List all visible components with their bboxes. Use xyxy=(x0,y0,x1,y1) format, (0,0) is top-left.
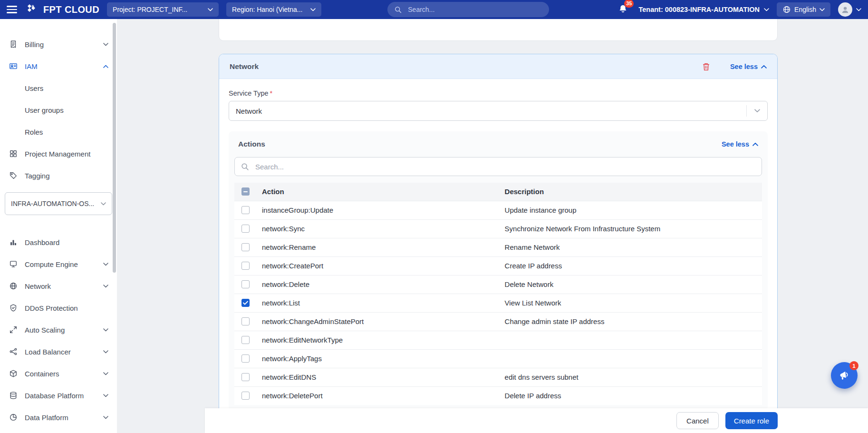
service-type-label: Service Type* xyxy=(229,89,768,97)
action-column-header: Action xyxy=(257,183,500,201)
menu-icon[interactable] xyxy=(7,4,17,15)
sidebar-item-roles[interactable]: Roles xyxy=(0,121,117,143)
actions-search[interactable] xyxy=(234,157,762,176)
description-cell: Rename Network xyxy=(500,238,762,256)
create-role-button[interactable]: Create role xyxy=(725,412,778,429)
sidebar-item-user-groups[interactable]: User groups xyxy=(0,99,117,121)
sidebar-item-project-management[interactable]: Project Management xyxy=(0,143,117,165)
data-platform-icon xyxy=(9,413,18,422)
project-selector[interactable]: Project: PROJECT_INF... xyxy=(107,2,219,17)
project-selector-label: Project: PROJECT_INF... xyxy=(113,6,203,13)
description-cell: Delete Network xyxy=(500,275,762,294)
table-row: network:ListView List Network xyxy=(234,294,762,312)
table-row: network:ChangeAdminStatePortChange admin… xyxy=(234,312,762,331)
row-checkbox[interactable] xyxy=(241,317,250,325)
billing-icon xyxy=(9,40,18,49)
iam-icon xyxy=(9,62,18,70)
chevron-down-icon xyxy=(764,8,769,11)
row-checkbox[interactable] xyxy=(241,280,250,288)
sidebar-project-select[interactable]: INFRA-AUTOMATION-OS... xyxy=(5,192,112,215)
language-label: English xyxy=(794,6,816,13)
actions-see-less-label: See less xyxy=(722,140,749,148)
sidebar-item-tagging[interactable]: Tagging xyxy=(0,165,117,187)
chevron-down-icon xyxy=(103,350,108,354)
language-selector[interactable]: English xyxy=(777,2,830,17)
support-chat-button[interactable]: 1 xyxy=(831,362,858,389)
description-cell: Change admin state IP address xyxy=(500,312,762,331)
actions-title: Actions xyxy=(238,140,265,148)
table-row: network:DeleteDelete Network xyxy=(234,275,762,294)
description-cell: Create IP address xyxy=(500,256,762,275)
service-type-select[interactable]: Network xyxy=(229,101,768,121)
description-cell: Update instance group xyxy=(500,201,762,219)
tenant-label: Tenant: 000823-INFRA-AUTOMATION xyxy=(638,6,760,13)
sidebar-project-select-value: INFRA-AUTOMATION-OS... xyxy=(11,200,94,207)
sidebar-item-auto-scaling[interactable]: Auto Scaling xyxy=(0,319,117,341)
chevron-down-icon xyxy=(310,8,316,11)
tag-icon xyxy=(9,171,18,180)
compute-engine-icon xyxy=(9,260,18,268)
sidebar-item-containers[interactable]: Containers xyxy=(0,363,117,384)
action-cell: network:ChangeAdminStatePort xyxy=(257,312,500,331)
actions-header: Actions See less xyxy=(234,138,762,157)
chevron-up-icon xyxy=(752,142,758,146)
actions-search-input[interactable] xyxy=(254,162,756,171)
required-mark: * xyxy=(270,89,273,97)
delete-section-button[interactable] xyxy=(702,62,710,71)
chevron-up-icon xyxy=(761,65,767,69)
description-cell xyxy=(500,349,762,368)
sidebar-item-billing[interactable]: Billing xyxy=(0,33,117,55)
table-row: network:RenameRename Network xyxy=(234,238,762,256)
row-checkbox[interactable] xyxy=(241,336,250,344)
sidebar-item-label: Auto Scaling xyxy=(25,326,96,334)
network-section-header: Network See less xyxy=(219,54,777,79)
sidebar-item-label: Containers xyxy=(25,370,96,378)
row-checkbox[interactable] xyxy=(241,206,250,214)
row-checkbox[interactable] xyxy=(241,225,250,233)
global-search[interactable] xyxy=(387,2,549,17)
action-cell: network:EditNetworkType xyxy=(257,331,500,349)
user-icon xyxy=(840,5,850,14)
search-icon xyxy=(394,6,402,14)
sidebar-item-dashboard[interactable]: Dashboard xyxy=(0,231,117,253)
sidebar-item-ddos-protection[interactable]: DDoS Protection xyxy=(0,297,117,319)
sidebar-item-network[interactable]: Network xyxy=(0,275,117,297)
section-see-less-button[interactable]: See less xyxy=(730,63,767,70)
notifications-button[interactable]: 35 xyxy=(618,4,628,16)
region-selector[interactable]: Region: Hanoi (Vietna... xyxy=(226,2,321,17)
global-search-input[interactable] xyxy=(407,5,542,14)
sidebar-item-label: IAM xyxy=(25,62,96,70)
sidebar-item-data-platform[interactable]: Data Platform xyxy=(0,406,117,428)
indeterminate-mark xyxy=(243,191,248,192)
user-menu[interactable] xyxy=(838,2,861,17)
actions-table: Action Description instanceGroup:UpdateU… xyxy=(234,183,762,405)
description-column-header: Description xyxy=(500,183,762,201)
sidebar-item-compute-engine[interactable]: Compute Engine xyxy=(0,253,117,275)
notification-badge: 35 xyxy=(624,0,634,8)
description-cell xyxy=(500,331,762,349)
fpt-cloud-logo[interactable]: FPT CLOUD xyxy=(25,3,99,17)
table-row: network:DeletePortDelete IP address xyxy=(234,386,762,405)
select-all-checkbox[interactable] xyxy=(241,187,250,196)
tenant-selector[interactable]: Tenant: 000823-INFRA-AUTOMATION xyxy=(638,6,769,13)
sidebar-item-iam[interactable]: IAM xyxy=(0,55,117,77)
row-checkbox[interactable] xyxy=(241,373,250,381)
network-section-card: Network See less Service Type* Network xyxy=(219,54,778,423)
app-root: FPT CLOUD Project: PROJECT_INF... Region… xyxy=(0,0,868,433)
row-checkbox[interactable] xyxy=(241,262,250,270)
sidebar-scrollbar[interactable] xyxy=(113,23,116,273)
network-icon xyxy=(9,282,18,290)
row-checkbox[interactable] xyxy=(241,299,250,307)
ddos-protection-icon xyxy=(9,304,18,312)
sidebar-item-load-balancer[interactable]: Load Balancer xyxy=(0,341,117,363)
select-suffix xyxy=(746,105,767,117)
row-checkbox[interactable] xyxy=(241,243,250,251)
row-checkbox[interactable] xyxy=(241,354,250,363)
containers-icon xyxy=(9,369,18,378)
row-checkbox[interactable] xyxy=(241,392,250,400)
cancel-button[interactable]: Cancel xyxy=(676,412,719,429)
sidebar-item-users[interactable]: Users xyxy=(0,77,117,99)
actions-see-less-button[interactable]: See less xyxy=(722,140,758,148)
avatar xyxy=(838,2,852,17)
sidebar-item-database-platform[interactable]: Database Platform xyxy=(0,384,117,406)
